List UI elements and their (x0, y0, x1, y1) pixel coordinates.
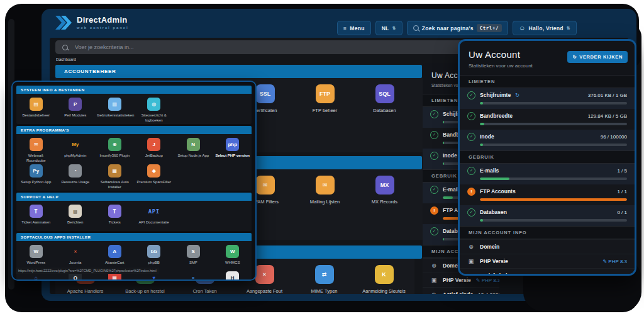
overlay-item-row: Py Setup Python App ◔ Resource Usage ▦ S… (16, 163, 252, 189)
limit-value: 96 / 100000 (601, 134, 627, 140)
dashboard-shortcut[interactable]: SQL Databasen (355, 84, 414, 152)
overlay-section-header: SOFTACULOUS APPS INSTALLER (16, 233, 252, 241)
top-navbar: DirectAdmin web control panel ≡ Menu NL … (42, 9, 636, 38)
overlay-shortcut[interactable]: ✉ Webmail: Roundcube (16, 137, 56, 163)
overlay-shortcut[interactable]: A AbanteCart (95, 244, 135, 270)
language-select[interactable]: NL ⇅ (375, 21, 402, 35)
info-row: ▣ PHP Versie ✎ PHP 8.3 (460, 254, 635, 268)
shortcut-label: Siteoverzicht & logboeken (135, 113, 174, 123)
limit-row: Schijfruimte ↻ 376.01 KB / 1 GB (460, 88, 635, 109)
overlay-shortcut[interactable]: H (213, 270, 253, 281)
shortcut-label: Resource Usage (56, 179, 96, 184)
progress-track (480, 219, 627, 222)
info-value[interactable]: ✎ PHP 8.3 (602, 259, 627, 264)
limit-value: 129.84 KB / 5 GB (588, 113, 627, 119)
verder-kijken-button[interactable]: ↻ VERDER KIJKEN (567, 51, 628, 63)
overlay-shortcut[interactable]: ⊛ Imunify360 Plugin (95, 137, 135, 163)
limits-list: Schijfruimte ↻ 376.01 KB / 1 GB Bandbree… (460, 88, 635, 150)
dashboard-shortcut[interactable]: FTP FTP beheer (295, 84, 355, 152)
status-icon (467, 188, 475, 196)
usage-row: FTP Accounts 1 / 1 (460, 184, 635, 205)
page-search-button[interactable]: Zoek naar pagina's Ctrl+/ (407, 21, 508, 35)
shortcut-icon: W (30, 245, 43, 258)
shortcut-label: Bestandsbeheer (16, 113, 56, 118)
overlay-shortcut[interactable]: J JetBackup (135, 137, 174, 163)
dashboard-shortcut[interactable]: ⇄ MIME Typen (294, 265, 354, 294)
overlay-shortcut[interactable]: W WHMCS (213, 244, 253, 270)
info-row: ◷ Actief sinds 13-4-2026, 22:17 (423, 287, 499, 294)
shortcut-icon: API (147, 205, 160, 218)
overlay-shortcut[interactable]: ▤ Bestandsbeheer (16, 96, 56, 123)
overlay-shortcut[interactable]: W WordPress (16, 244, 56, 270)
overlay-shortcut[interactable]: N Setup Node.js App (174, 137, 213, 163)
overlay-shortcut[interactable]: ◆ Premium SpamFilter (135, 163, 174, 189)
account-panel-floating: Uw Account Statistieken voor uw account … (458, 39, 636, 276)
usage-section-header: GEBRUIK (460, 150, 635, 164)
overlay-shortcut[interactable]: P Perl Modules (56, 96, 96, 123)
overlay-shortcut[interactable]: My phpMyAdmin (56, 137, 96, 163)
info-icon: ◷ (467, 273, 475, 276)
dashboard-shortcut[interactable]: ✉ Mailing Lijsten (295, 176, 355, 240)
brand-name: DirectAdmin (77, 16, 129, 24)
status-icon (430, 227, 438, 235)
shortcut-label: Setup Node.js App (174, 153, 213, 158)
shortcut-icon: ⇄ (315, 265, 334, 284)
shortcut-label: JetBackup (135, 153, 174, 158)
shortcut-label: Select PHP version (213, 153, 253, 158)
hamburger-icon: ≡ (343, 25, 347, 31)
chevron-updown-icon: ⇅ (567, 26, 570, 31)
shortcut-label: Ticket Aanmaken (16, 220, 56, 225)
shortcut-icon: ▥ (108, 98, 121, 111)
user-greeting: Hallo, Vriend (528, 25, 563, 31)
progress-track (480, 102, 627, 104)
limit-label: Bandbreedte (480, 113, 513, 119)
menu-button[interactable]: ≡ Menu (337, 21, 371, 35)
progress-fill (480, 102, 483, 104)
limit-label: Schijfruimte (480, 92, 511, 98)
shortcut-icon: ◍ (147, 98, 160, 111)
limit-row: Bandbreedte 129.84 KB / 5 GB (460, 109, 635, 130)
overlay-shortcut[interactable]: Py Setup Python App (16, 163, 56, 189)
shortcut-label: Softaculous Auto Installer (95, 179, 135, 189)
info-icon: ◷ (430, 291, 438, 294)
shortcut-label: WordPress (16, 260, 56, 265)
info-label: PHP Versie (443, 277, 471, 283)
shortcut-label: Perl Modules (56, 113, 96, 118)
refresh-icon[interactable]: ↻ (515, 93, 519, 98)
dashboard-shortcut[interactable]: MX MX Records (355, 176, 414, 240)
user-menu[interactable]: ☺ Hallo, Vriend ⇅ (513, 21, 577, 35)
overlay-shortcut[interactable]: bb phpBB (135, 244, 174, 270)
overlay-shortcut[interactable]: T Tickets (95, 203, 135, 230)
brand-logo[interactable]: DirectAdmin web control panel (55, 16, 129, 30)
search-icon (413, 25, 419, 31)
progress-fill (480, 178, 509, 180)
shortcut-icon: T (30, 205, 43, 218)
overlay-shortcut[interactable]: php Select PHP version (213, 137, 253, 163)
overlay-shortcut[interactable]: API API Documentatie (135, 203, 174, 230)
shortcut-icon: P (69, 98, 82, 111)
usage-value: 1 / 5 (617, 168, 627, 174)
overlay-shortcut[interactable]: ◍ Siteoverzicht & logboeken (135, 96, 174, 123)
overlay-section-support-help: SUPPORT & HELP T Ticket Aanmaken ▤ Beric… (16, 193, 252, 231)
info-label: PHP Versie (480, 258, 508, 264)
overlay-shortcut[interactable]: ◔ Resource Usage (56, 163, 96, 189)
shortcut-icon: ▤ (69, 205, 82, 218)
overlay-shortcut[interactable]: S SMF (174, 244, 213, 270)
usage-row: Databasen 0 / 1 (460, 205, 635, 226)
shortcut-label: Joomla (56, 260, 96, 265)
info-label: Actief sinds (480, 273, 510, 276)
overlay-shortcut[interactable]: × Joomla (56, 244, 96, 270)
usage-value: 0 / 1 (617, 210, 627, 215)
overlay-shortcut[interactable]: ▥ Gebruikersstatistieken (95, 96, 135, 123)
shortcut-label: Apache Handlers (55, 288, 115, 294)
status-bar-url: https://mijn.host:2222/evo/plugin?src=%2… (16, 268, 159, 274)
dashboard-shortcut[interactable]: K Aanmelding Sleutels (354, 265, 414, 294)
overlay-shortcut[interactable]: » (174, 270, 213, 281)
overlay-shortcut[interactable]: T Ticket Aanmaken (16, 203, 56, 230)
overlay-shortcut[interactable]: ▦ Softaculous Auto Installer (95, 163, 135, 189)
info-value[interactable]: 13-4-2026, 22:17 (589, 273, 627, 276)
breadcrumb[interactable]: Dashboard (56, 57, 76, 62)
system-apps-overlay-panel: SYSTEEM INFO & BESTANDEN ▤ Bestandsbehee… (11, 81, 257, 281)
overlay-shortcut[interactable]: ▤ Berichten (56, 203, 96, 230)
search-icon (62, 45, 68, 50)
